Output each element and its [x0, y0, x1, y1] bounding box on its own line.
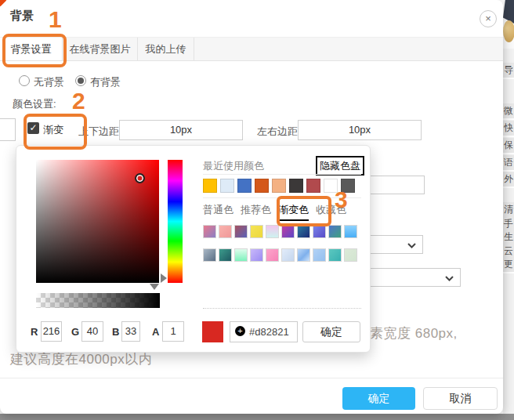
gradient-swatch[interactable]	[328, 225, 342, 238]
hue-slider[interactable]	[168, 160, 183, 283]
margin-horizontal-label: 左右边距:	[257, 125, 301, 139]
gradient-swatch[interactable]	[250, 225, 263, 238]
chevron-down-icon	[407, 243, 416, 248]
tab-my-uploads[interactable]: 我的上传	[138, 38, 194, 60]
gradient-swatch[interactable]	[203, 225, 216, 238]
gradient-swatch[interactable]	[234, 248, 248, 262]
radio-has-background[interactable]	[75, 75, 86, 86]
g-input[interactable]: 40	[81, 321, 103, 342]
gradient-swatch[interactable]	[250, 248, 263, 262]
saturation-cursor[interactable]	[135, 173, 145, 183]
color-settings-label: 颜色设置:	[13, 97, 56, 111]
annotation-step-2: 2	[72, 88, 85, 114]
tab-background-settings[interactable]: 背景设置	[0, 38, 63, 60]
gradient-swatch[interactable]	[234, 225, 248, 238]
page-bottom-edge	[0, 414, 514, 420]
a-input[interactable]: 1	[162, 321, 184, 342]
tab-recommended-colors[interactable]: 推荐色	[241, 203, 271, 221]
saturation-area[interactable]	[36, 160, 159, 283]
tab-gradient-colors[interactable]: 渐变色	[278, 203, 309, 221]
background-menu-item[interactable]: 保	[503, 138, 514, 154]
margin-horizontal-input[interactable]: 10px	[298, 120, 422, 140]
gradient-swatch[interactable]	[219, 225, 232, 238]
recent-color-swatch[interactable]	[289, 179, 303, 193]
palette-category-tabs: 普通色 推荐色 渐变色 收藏色	[203, 203, 353, 221]
background-menu-item[interactable]: 导	[503, 63, 514, 79]
cancel-button[interactable]: 取消	[423, 387, 498, 410]
hex-input[interactable]: + #d82821	[230, 321, 298, 342]
annotation-step-3: 3	[335, 186, 348, 213]
radio-selected-dot	[78, 78, 84, 84]
recent-color-swatch[interactable]	[306, 179, 320, 193]
gradient-swatch[interactable]	[281, 225, 295, 238]
color-preview-swatch	[202, 321, 223, 342]
g-label: G	[71, 326, 79, 338]
footer-divider	[0, 378, 503, 378]
recent-color-swatch[interactable]	[220, 179, 234, 193]
hint-width-text: 素宽度 680px,	[370, 324, 458, 342]
gradient-swatch[interactable]	[328, 248, 342, 262]
background-menu-item[interactable]: 微	[503, 103, 514, 120]
divider	[203, 174, 361, 175]
dotted-divider	[203, 308, 361, 309]
color-picker-popup: 最近使用颜色 隐藏色盘 普通色 推荐色 渐变色 收藏色	[16, 145, 371, 353]
close-icon[interactable]: ×	[480, 10, 497, 27]
gradient-swatch[interactable]	[344, 248, 357, 262]
gradient-swatch[interactable]	[203, 248, 216, 262]
dialog-tabbar: 背景设置 在线背景图片 我的上传	[0, 37, 503, 61]
b-label: B	[112, 326, 119, 338]
recent-colors-label: 最近使用颜色	[203, 159, 264, 173]
recent-color-swatch[interactable]	[203, 179, 217, 193]
b-input[interactable]: 33	[121, 321, 140, 342]
gradient-swatch[interactable]	[313, 225, 326, 238]
picker-confirm-button[interactable]: 确定	[302, 321, 360, 342]
background-menu-item[interactable]: 快	[503, 121, 514, 137]
background-menu-item[interactable]: 更	[503, 257, 514, 273]
dialog-title: 背景	[10, 9, 34, 24]
recent-color-swatch[interactable]	[255, 179, 269, 193]
gradient-swatch-row	[203, 225, 360, 238]
radio-no-background-label[interactable]: 无背景	[34, 75, 64, 89]
background-menu-item[interactable]: 外	[503, 172, 514, 188]
background-menu-item[interactable]: 语	[503, 155, 514, 172]
annotation-step-1: 1	[49, 6, 62, 33]
gradient-swatch-row	[203, 248, 360, 262]
chevron-down-icon	[445, 276, 454, 281]
gradient-checkbox[interactable]: ✓	[27, 122, 39, 134]
r-input[interactable]: 216	[41, 321, 62, 342]
gradient-swatch[interactable]	[313, 248, 326, 262]
gradient-swatch[interactable]	[297, 248, 310, 262]
alpha-slider[interactable]	[36, 293, 160, 308]
background-page: 导 微 快 保 语 外 清 手 生 云 更	[503, 0, 514, 420]
gradient-swatch[interactable]	[219, 248, 232, 262]
r-label: R	[31, 326, 38, 338]
annotation-corner-mark	[0, 0, 6, 6]
margin-vertical-input[interactable]: 10px	[119, 120, 243, 140]
screenshot-stage: 导 微 快 保 语 外 清 手 生 云 更 背景 × 背景设置 在线背景图片 我…	[0, 0, 514, 420]
alpha-slider-handle-icon[interactable]	[150, 284, 159, 290]
current-color-swatch[interactable]	[0, 118, 16, 141]
gradient-swatch[interactable]	[266, 225, 279, 238]
radio-no-background[interactable]	[19, 75, 30, 86]
hint-height-text: 建议高度在4000px以内	[10, 350, 152, 368]
gradient-checkbox-label[interactable]: 渐变	[43, 123, 63, 137]
recent-color-swatch[interactable]	[272, 179, 286, 193]
confirm-button[interactable]: 确定	[342, 387, 415, 410]
gradient-swatch[interactable]	[344, 225, 357, 238]
a-label: A	[152, 326, 159, 338]
gradient-swatch[interactable]	[297, 225, 310, 238]
radio-has-background-label[interactable]: 有背景	[90, 75, 121, 89]
tab-online-images[interactable]: 在线背景图片	[63, 38, 138, 60]
site-logo-badge-icon	[503, 20, 514, 42]
hue-slider-handle-icon[interactable]	[161, 273, 167, 283]
tab-normal-colors[interactable]: 普通色	[203, 203, 233, 221]
background-dialog: 背景 × 背景设置 在线背景图片 我的上传 无背景 有背景 颜色设置: ✓ 渐变…	[0, 0, 503, 414]
recent-color-swatch[interactable]	[237, 179, 252, 193]
add-to-favorites-icon[interactable]: +	[235, 326, 245, 336]
margin-vertical-label: 上下边距:	[78, 125, 122, 139]
gradient-swatch[interactable]	[281, 248, 295, 262]
hex-value[interactable]: #d82821	[249, 326, 289, 338]
gradient-swatch[interactable]	[266, 248, 279, 262]
hide-palette-button[interactable]: 隐藏色盘	[316, 156, 364, 176]
